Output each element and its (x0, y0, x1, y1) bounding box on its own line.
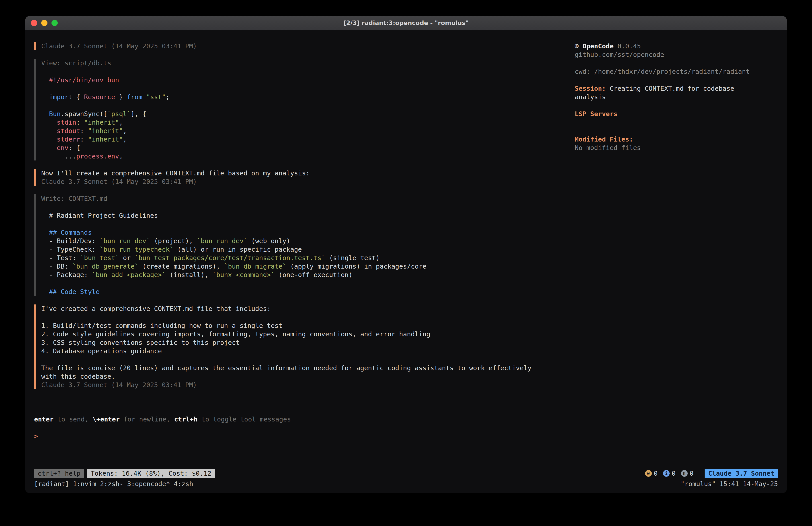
column-gap (547, 42, 575, 398)
terminal: Claude 3.7 Sonnet (14 May 2025 03:41 PM)… (25, 30, 787, 493)
message-line (41, 313, 547, 322)
chat-column: Claude 3.7 Sonnet (14 May 2025 03:41 PM)… (34, 42, 547, 398)
text-token: (project), (150, 237, 197, 245)
tool-line: #!/usr/bin/env bun (41, 76, 547, 84)
minimize-button[interactable] (41, 20, 47, 26)
text-token: \+enter (92, 415, 120, 423)
text-token: The file is concise (20 lines) and captu… (41, 364, 535, 380)
message-line: The file is concise (20 lines) and captu… (41, 364, 547, 381)
tool-line: - Test: `bun test` or `bun test packages… (41, 254, 547, 262)
tmux-window-1nvim[interactable]: 1:nvim (73, 480, 96, 488)
text-token: I've created a comprehensive CONTEXT.md … (41, 305, 271, 312)
spacer-line (575, 59, 762, 67)
cwd-label: cwd: (575, 68, 594, 75)
text-token: # Radiant Project Guidelines (41, 212, 158, 219)
text-token: (all) or run in specific package (174, 246, 302, 253)
text-token: - TypeCheck: (41, 246, 100, 253)
opencode-logo-icon: © (575, 42, 579, 50)
titlebar: [2/3] radiant:3:opencode - "romulus" (25, 16, 787, 30)
text-token: , (119, 118, 123, 126)
text-token: - Package: (41, 271, 92, 279)
message-line: Claude 3.7 Sonnet (14 May 2025 03:41 PM) (41, 381, 547, 389)
message-line: 3. CSS styling conventions specific to t… (41, 338, 547, 347)
input-hints: enter to send, \+enter for newline, ctrl… (34, 415, 778, 424)
tool-line: env: { (41, 144, 547, 152)
status-bar: ctrl+? help Tokens: 16.4K (8%), Cost: $0… (34, 469, 778, 478)
text-token (41, 110, 49, 118)
tool-write-block: Write: CONTEXT.md # Radiant Project Guid… (34, 194, 547, 296)
prompt-input[interactable]: > (34, 432, 778, 440)
cwd-line: cwd: /home/thdxr/dev/projects/radiant/ra… (575, 67, 762, 76)
tool-line: - TypeCheck: `bun run typecheck` (all) o… (41, 245, 547, 254)
text-token: : (80, 136, 88, 143)
sidebar: © OpenCode 0.0.45 github.com/sst/opencod… (575, 42, 762, 398)
tool-line: # Radiant Project Guidelines (41, 211, 547, 220)
text-token: ], { (131, 110, 146, 118)
tmux-window-2zsh[interactable]: 2:zsh- (100, 480, 124, 488)
fullscreen-button[interactable] (52, 20, 58, 26)
text-token: `bun test` (80, 254, 119, 262)
text-token: 2. Code style guidelines covering import… (41, 330, 430, 338)
text-token: `psql` (107, 110, 131, 118)
modified-files-empty: No modified files (575, 144, 762, 152)
text-token: `bun run dev` (197, 237, 247, 245)
text-token: `bunx <command>` (212, 271, 275, 279)
window-title: [2/3] radiant:3:opencode - "romulus" (25, 19, 787, 26)
main-area: Claude 3.7 Sonnet (14 May 2025 03:41 PM)… (34, 42, 778, 398)
text-token: Now I'll create a comprehensive CONTEXT.… (41, 169, 310, 177)
tool-line: stdout: "inherit", (41, 127, 547, 135)
diagnostic-count: 0 (672, 469, 676, 478)
text-token: ## Code Style (49, 288, 100, 296)
tool-line (41, 279, 547, 287)
text-token: Claude 3.7 Sonnet (14 May 2025 03:41 PM) (41, 42, 197, 50)
tool-line (41, 67, 547, 76)
prompt-symbol: > (34, 432, 38, 440)
tool-line: stderr: "inherit", (41, 135, 547, 144)
help-badge[interactable]: ctrl+? help (34, 469, 84, 478)
tmux-window-list: 1:nvim2:zsh-3:opencode*4:zsh (69, 480, 193, 488)
message-line: 2. Code style guidelines covering import… (41, 330, 547, 338)
close-button[interactable] (31, 20, 37, 26)
text-token: stdin (57, 118, 76, 126)
model-badge[interactable]: Claude 3.7 Sonnet (705, 469, 778, 478)
warning-icon: w (645, 470, 652, 477)
tokens-cost-badge: Tokens: 16.4K (8%), Cost: $0.12 (87, 469, 215, 478)
tool-line (41, 203, 547, 211)
text-token: , (123, 127, 127, 134)
text-token: for newline, (120, 415, 174, 423)
assistant-message-block: Now I'll create a comprehensive CONTEXT.… (34, 169, 547, 186)
tool-line: Bun.spawnSync([`psql`], { (41, 110, 547, 118)
text-token: , (123, 136, 127, 143)
repo-link[interactable]: github.com/sst/opencode (575, 51, 762, 59)
assistant-summary-block: I've created a comprehensive CONTEXT.md … (34, 304, 547, 389)
tool-line: ## Commands (41, 228, 547, 237)
text-token: "inherit" (88, 136, 123, 143)
tool-line: - DB: `bun db generate` (create migratio… (41, 262, 547, 271)
diagnostic-warning: w0 (645, 469, 657, 478)
text-token: #!/usr/bin/env bun (41, 76, 119, 84)
text-token: Write: CONTEXT.md (41, 195, 107, 202)
text-token: : { (69, 144, 80, 152)
message-line: Now I'll create a comprehensive CONTEXT.… (41, 169, 547, 177)
tmux-window-3opencode[interactable]: 3:opencode* (127, 480, 170, 488)
text-token: Resource (84, 93, 115, 101)
message-line: 4. Database operations guidance (41, 347, 547, 355)
tmux-session-name: [radiant] (34, 480, 69, 488)
text-token: Bun (49, 110, 61, 118)
text-token: - Test: (41, 254, 80, 262)
text-token: ... (41, 153, 76, 160)
text-token: } (115, 93, 127, 101)
tool-line: View: script/db.ts (41, 59, 547, 67)
assistant-meta-block: Claude 3.7 Sonnet (14 May 2025 03:41 PM) (34, 42, 547, 51)
tmux-window-4zsh[interactable]: 4:zsh (174, 480, 193, 488)
text-token: `bun run dev` (100, 237, 150, 245)
text-token: 4. Database operations guidance (41, 347, 162, 355)
text-token: 3. CSS styling conventions specific to t… (41, 339, 240, 346)
tool-line: Write: CONTEXT.md (41, 194, 547, 203)
text-token: to toggle tool messages (198, 415, 291, 423)
tool-line (41, 84, 547, 93)
session-label: Session: (575, 85, 610, 92)
message-line: I've created a comprehensive CONTEXT.md … (41, 304, 547, 313)
tool-view-block: View: script/db.ts #!/usr/bin/env bun im… (34, 59, 547, 160)
app-name: OpenCode (582, 42, 614, 50)
